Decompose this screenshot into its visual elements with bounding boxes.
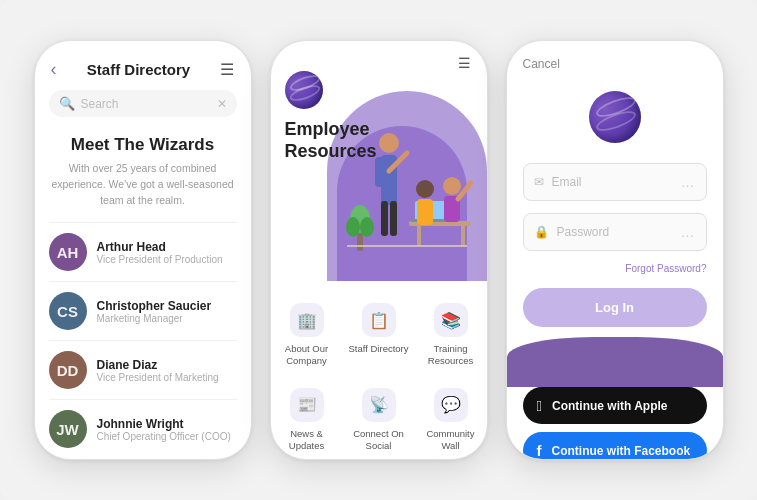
- svg-point-0: [379, 133, 399, 153]
- nav-grid: 🏢 About Our Company 📋 Staff Directory 📚 …: [271, 281, 487, 460]
- wave-divider: [507, 337, 723, 387]
- svg-point-13: [443, 177, 461, 195]
- search-input[interactable]: Search: [81, 97, 211, 111]
- phone1-header: ‹ Staff Directory ☰: [35, 41, 251, 90]
- hero-illustration: [337, 101, 477, 281]
- nav-item[interactable]: 💬 Community Wall: [415, 376, 487, 460]
- logo-ball: [285, 71, 323, 109]
- password-icon: 🔒: [534, 225, 549, 239]
- phone-employee-resources: ☰ Employee Resources: [270, 40, 488, 460]
- search-icon: 🔍: [59, 96, 75, 111]
- contact-info: Diane Diaz Vice President of Marketing: [97, 358, 219, 383]
- email-field[interactable]: ✉ Email …: [523, 163, 707, 201]
- contact-list: AH Arthur Head Vice President of Product…: [35, 222, 251, 458]
- nav-item[interactable]: 📋 Staff Directory: [343, 291, 415, 376]
- nav-item-label: News & Updates: [277, 428, 337, 453]
- hamburger-icon[interactable]: ☰: [458, 55, 471, 71]
- contact-info: Christopher Saucier Marketing Manager: [97, 299, 212, 324]
- nav-item-icon: 📚: [434, 303, 468, 337]
- phone2-hero: Employee Resources: [271, 71, 487, 281]
- svg-point-11: [416, 180, 434, 198]
- back-icon[interactable]: ‹: [51, 59, 57, 80]
- cancel-label[interactable]: Cancel: [507, 41, 723, 81]
- svg-rect-5: [390, 201, 397, 236]
- password-options-icon[interactable]: …: [681, 224, 696, 240]
- avatar: JW: [49, 410, 87, 448]
- email-icon: ✉: [534, 175, 544, 189]
- nav-item-icon: 📋: [362, 303, 396, 337]
- company-logo: [285, 71, 323, 109]
- nav-item[interactable]: 🏢 About Our Company: [271, 291, 343, 376]
- nav-item-label: Community Wall: [421, 428, 481, 453]
- nav-item[interactable]: 📰 News & Updates: [271, 376, 343, 460]
- scene: ‹ Staff Directory ☰ 🔍 Search ✕ Meet The …: [0, 0, 757, 500]
- facebook-icon: f: [537, 442, 542, 459]
- search-bar[interactable]: 🔍 Search ✕: [49, 90, 237, 117]
- contact-name: Johnnie Wright: [97, 417, 231, 431]
- forgot-password-link[interactable]: Forgot Password?: [507, 263, 723, 288]
- login-logo-wrap: [507, 81, 723, 163]
- avatar: CS: [49, 292, 87, 330]
- list-item[interactable]: AH Arthur Head Vice President of Product…: [49, 222, 237, 281]
- apple-login-label: Continue with Apple: [552, 399, 668, 413]
- password-placeholder[interactable]: Password: [557, 225, 673, 239]
- menu-icon[interactable]: ☰: [220, 60, 234, 79]
- svg-rect-7: [417, 226, 421, 246]
- contact-role: Vice President of Marketing: [97, 372, 219, 383]
- list-item[interactable]: CS Christopher Saucier Marketing Manager: [49, 281, 237, 340]
- email-options-icon[interactable]: …: [681, 174, 696, 190]
- list-item[interactable]: DD Diane Diaz Vice President of Marketin…: [49, 340, 237, 399]
- nav-item-icon: 💬: [434, 388, 468, 422]
- clear-search-icon[interactable]: ✕: [217, 97, 227, 111]
- contact-role: Chief Operating Officer (COO): [97, 431, 231, 442]
- nav-item-label: Connect On Social: [349, 428, 409, 453]
- email-placeholder[interactable]: Email: [552, 175, 673, 189]
- facebook-login-label: Continue with Facebook: [552, 444, 691, 458]
- phone-login: Cancel ✉ Email … 🔒 Password … Forgot Pas…: [506, 40, 724, 460]
- avatar: DD: [49, 351, 87, 389]
- apple-login-button[interactable]:  Continue with Apple: [523, 387, 707, 424]
- avatar: AH: [49, 233, 87, 271]
- svg-rect-2: [375, 157, 385, 187]
- list-item[interactable]: JW Johnnie Wright Chief Operating Office…: [49, 399, 237, 458]
- contact-name: Diane Diaz: [97, 358, 219, 372]
- contact-name: Christopher Saucier: [97, 299, 212, 313]
- login-logo-ball: [589, 91, 641, 143]
- hero-title: Meet The Wizards: [51, 135, 235, 155]
- contact-role: Vice President of Production: [97, 254, 223, 265]
- login-button[interactable]: Log In: [523, 288, 707, 327]
- hero-subtitle: With over 25 years of combined experienc…: [51, 161, 235, 208]
- phone2-topbar: ☰: [271, 41, 487, 71]
- svg-point-18: [346, 217, 360, 237]
- nav-item-icon: 📰: [290, 388, 324, 422]
- apple-icon: : [537, 397, 542, 414]
- wave-bg: [507, 337, 723, 387]
- contact-name: Arthur Head: [97, 240, 223, 254]
- nav-item-icon: 📡: [362, 388, 396, 422]
- hero-section: Meet The Wizards With over 25 years of c…: [35, 127, 251, 222]
- phone-staff-directory: ‹ Staff Directory ☰ 🔍 Search ✕ Meet The …: [34, 40, 252, 460]
- nav-item-icon: 🏢: [290, 303, 324, 337]
- facebook-login-button[interactable]: f Continue with Facebook: [523, 432, 707, 460]
- nav-item-label: About Our Company: [277, 343, 337, 368]
- contact-info: Arthur Head Vice President of Production: [97, 240, 223, 265]
- contact-info: Johnnie Wright Chief Operating Officer (…: [97, 417, 231, 442]
- nav-item[interactable]: 📚 Training Resources: [415, 291, 487, 376]
- contact-role: Marketing Manager: [97, 313, 212, 324]
- phone1-title: Staff Directory: [87, 61, 190, 78]
- password-field[interactable]: 🔒 Password …: [523, 213, 707, 251]
- svg-rect-12: [417, 199, 433, 225]
- svg-rect-4: [381, 201, 388, 236]
- svg-rect-8: [461, 226, 465, 246]
- svg-point-19: [360, 217, 374, 237]
- nav-item[interactable]: 📡 Connect On Social: [343, 376, 415, 460]
- nav-item-label: Staff Directory: [349, 343, 409, 355]
- nav-item-label: Training Resources: [421, 343, 481, 368]
